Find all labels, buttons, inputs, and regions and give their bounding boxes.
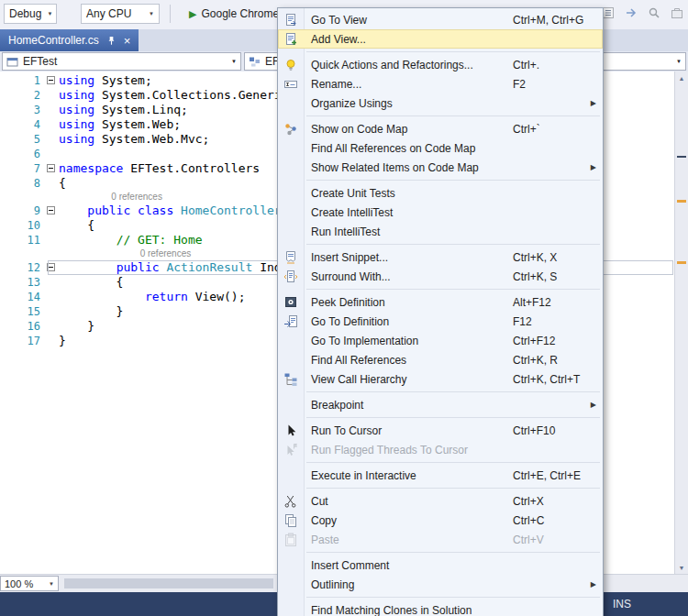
menu-item-label: Rename...: [311, 78, 361, 91]
scroll-down-button[interactable]: ▼: [675, 561, 688, 574]
code-text: public ActionResult Index(): [59, 260, 310, 275]
menu-item-label: Execute in Interactive: [311, 469, 416, 482]
cut-icon: [283, 494, 298, 509]
project-dropdown[interactable]: EFTest ▼: [2, 52, 241, 71]
menu-item-shortcut: F2: [513, 78, 526, 91]
solution-platform-combo[interactable]: Any CPU ▼: [81, 4, 160, 24]
go-to-definition-menu-item[interactable]: Go To DefinitionF12: [278, 312, 603, 331]
code-text: {: [59, 275, 123, 290]
tab-label: HomeController.cs: [8, 34, 99, 47]
quick-actions-and-refactorings-menu-item[interactable]: Quick Actions and Refactorings...Ctrl+.: [278, 55, 603, 74]
run-intellitest-menu-item[interactable]: Run IntelliTest: [278, 222, 603, 241]
menu-separator: [278, 49, 603, 55]
fold-toggle[interactable]: [44, 260, 59, 275]
menu-item-shortcut: Ctrl+M, Ctrl+G: [513, 14, 583, 27]
code-text: using System.Collections.Generic;: [59, 88, 295, 103]
fold-toggle[interactable]: [44, 161, 59, 176]
collapse-box-icon: [47, 76, 55, 84]
chevron-down-icon: ▼: [231, 59, 237, 64]
menu-item-shortcut: Ctrl+E, Ctrl+E: [513, 469, 581, 482]
menu-item-label: Show Related Items on Code Map: [311, 161, 479, 174]
menu-item-label: Outlining: [311, 578, 354, 591]
horizontal-scrollbar-thumb[interactable]: [64, 578, 273, 588]
code-text: {: [59, 176, 66, 191]
code-text: }: [59, 334, 66, 348]
menu-separator: [278, 389, 603, 395]
menu-item-shortcut: Ctrl+`: [513, 123, 540, 136]
insert-mode-indicator: INS: [613, 592, 631, 616]
vertical-scrollbar[interactable]: ▲ ▼: [674, 72, 688, 574]
menu-item-label: Find All References on Code Map: [311, 142, 475, 155]
chevron-down-icon: ▼: [143, 11, 154, 16]
fold-margin: [44, 319, 59, 334]
navigate-forward-icon[interactable]: [624, 6, 638, 20]
show-related-items-on-code-map-menu-item[interactable]: Show Related Items on Code Map▶: [278, 158, 603, 177]
peek-definition-menu-item[interactable]: Peek DefinitionAlt+F12: [278, 292, 603, 312]
menu-item-label: Find Matching Clones in Solution: [311, 604, 472, 616]
menu-item-label: Cut: [311, 495, 328, 508]
find-all-references-menu-item[interactable]: Find All ReferencesCtrl+K, R: [278, 350, 603, 369]
code-map-icon: [283, 122, 298, 137]
run-to-cursor-menu-item[interactable]: Run To CursorCtrl+F10: [278, 421, 603, 440]
line-number: 4: [0, 117, 44, 132]
start-debugging-button[interactable]: ▶ Google Chrome: [189, 5, 279, 23]
fold-toggle[interactable]: [44, 204, 59, 218]
close-icon[interactable]: ×: [124, 35, 131, 47]
toolbar-separator: [170, 5, 171, 23]
scrollbar-change-marker: [677, 261, 686, 264]
find-in-files-icon[interactable]: [647, 6, 661, 20]
rename-icon: [283, 77, 298, 92]
fold-margin: [44, 233, 59, 248]
scrollbar-caret-marker: [677, 156, 686, 158]
menu-item-shortcut: Ctrl+V: [513, 534, 544, 546]
pin-icon[interactable]: [106, 36, 117, 46]
menu-separator: [278, 459, 603, 466]
create-unit-tests-menu-item[interactable]: Create Unit Tests: [278, 183, 603, 203]
add-view-menu-item[interactable]: Add View...: [278, 29, 603, 49]
zoom-control[interactable]: 100 % ▼: [0, 576, 59, 591]
execute-in-interactive-menu-item[interactable]: Execute in InteractiveCtrl+E, Ctrl+E: [278, 466, 603, 485]
tab-homecontroller-cs[interactable]: HomeController.cs ×: [0, 29, 139, 51]
fold-margin: [44, 275, 59, 290]
menu-item-shortcut: Ctrl+X: [513, 495, 544, 508]
find-all-references-on-code-map-menu-item[interactable]: Find All References on Code Map: [278, 138, 603, 158]
menu-separator: [278, 414, 603, 421]
create-intellitest-menu-item[interactable]: Create IntelliTest: [278, 203, 603, 222]
surround-with-menu-item[interactable]: Surround With...Ctrl+K, S: [278, 267, 603, 286]
menu-item-shortcut: Ctrl+K, R: [513, 354, 558, 367]
chevron-down-icon: ▼: [49, 581, 54, 587]
line-number: 1: [0, 73, 44, 88]
line-number: 2: [0, 88, 44, 103]
fold-toggle[interactable]: [44, 73, 59, 88]
insert-comment-menu-item[interactable]: Insert Comment: [278, 556, 603, 575]
toolbox-icon[interactable]: [670, 6, 684, 20]
code-text: using System.Linq;: [59, 103, 188, 117]
outlining-menu-item[interactable]: Outlining▶: [278, 575, 603, 594]
breakpoint-menu-item[interactable]: Breakpoint▶: [278, 395, 603, 414]
menu-item-label: Insert Snippet...: [311, 251, 388, 264]
line-number: 12: [0, 260, 44, 275]
run-cursor-icon: [283, 424, 298, 438]
find-matching-clones-in-solution-menu-item[interactable]: Find Matching Clones in Solution: [278, 600, 603, 616]
scroll-up-button[interactable]: ▲: [675, 72, 688, 84]
organize-usings-menu-item[interactable]: Organize Usings▶: [278, 94, 603, 113]
menu-item-shortcut: Alt+F12: [513, 296, 551, 309]
fold-margin: [44, 147, 59, 161]
copy-menu-item[interactable]: CopyCtrl+C: [278, 511, 603, 530]
insert-snippet-menu-item[interactable]: Insert Snippet...Ctrl+K, X: [278, 248, 603, 267]
rename-menu-item[interactable]: Rename...F2: [278, 74, 603, 94]
view-call-hierarchy-menu-item[interactable]: View Call HierarchyCtrl+K, Ctrl+T: [278, 369, 603, 389]
go-to-view-menu-item[interactable]: Go To ViewCtrl+M, Ctrl+G: [278, 10, 603, 29]
menu-separator: [278, 286, 603, 292]
code-text: // GET: Home: [59, 233, 203, 248]
menu-item-shortcut: Ctrl+K, S: [513, 270, 557, 283]
cut-menu-item[interactable]: CutCtrl+X: [278, 491, 603, 511]
go-to-implementation-menu-item[interactable]: Go To ImplementationCtrl+F12: [278, 331, 603, 350]
menu-item-shortcut: Ctrl+F10: [513, 424, 555, 437]
show-on-code-map-menu-item[interactable]: Show on Code MapCtrl+`: [278, 119, 603, 138]
menu-item-label: Run IntelliTest: [311, 226, 380, 238]
menu-item-shortcut: Ctrl+C: [513, 514, 544, 527]
solution-configuration-combo[interactable]: Debug ▼: [4, 4, 57, 24]
line-number: 15: [0, 304, 44, 319]
line-number: 9: [0, 204, 44, 218]
